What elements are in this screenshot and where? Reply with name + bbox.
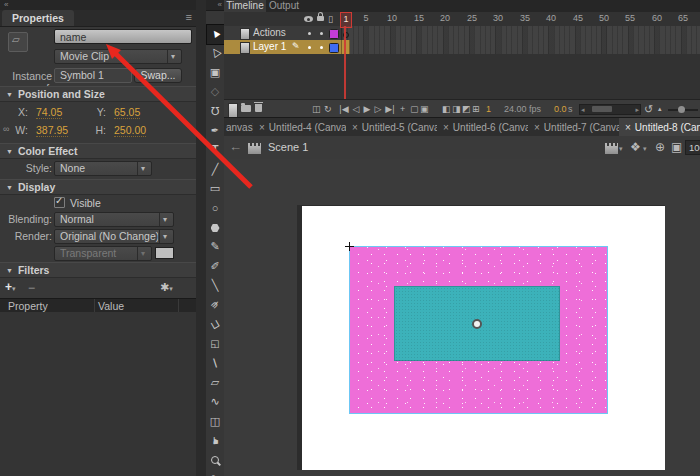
transparent-color-swatch[interactable] — [155, 247, 174, 259]
layer-lock-dot[interactable] — [320, 32, 323, 35]
inner-rectangle[interactable] — [394, 286, 560, 361]
instance-name-input[interactable] — [54, 29, 192, 44]
filter-options-gear-icon[interactable]: ✱▾ — [160, 281, 173, 294]
column-divider[interactable] — [94, 299, 95, 313]
onion-skin-button[interactable]: ◧ — [442, 102, 451, 116]
slider-thumb[interactable] — [678, 106, 685, 113]
duplicate-frame-button[interactable]: ▢ — [410, 102, 419, 116]
layer-outline-color-swatch[interactable] — [329, 29, 339, 39]
step-forward-button[interactable]: ▷ — [373, 102, 383, 116]
playhead[interactable]: 1 — [340, 12, 352, 28]
delete-layer-button[interactable] — [255, 104, 262, 112]
brush-tool[interactable] — [206, 257, 224, 276]
section-position-and-size[interactable]: ▼Position and Size — [0, 86, 196, 102]
go-to-first-frame-button[interactable]: |◀ — [338, 102, 350, 116]
tab-properties[interactable]: Properties — [2, 10, 74, 26]
pasteboard[interactable] — [224, 159, 700, 476]
layer-visibility-dot[interactable] — [308, 32, 311, 35]
pen-tool[interactable] — [206, 121, 224, 140]
add-camera-button[interactable]: ◫ — [312, 102, 321, 116]
bone-tool[interactable] — [206, 295, 224, 314]
close-icon[interactable]: × — [352, 118, 358, 137]
polystar-tool[interactable] — [206, 218, 224, 237]
paint-bucket-tool[interactable] — [206, 315, 224, 334]
outline-all-layers-icon[interactable]: ▯ — [328, 14, 333, 24]
close-icon[interactable]: × — [259, 118, 265, 137]
oval-tool[interactable] — [206, 199, 224, 218]
lasso-tool[interactable] — [206, 102, 224, 121]
render-dropdown[interactable]: Original (No Change) — [54, 229, 174, 244]
reset-timeline-zoom-button[interactable]: ↺ — [644, 102, 653, 116]
symbol-type-dropdown[interactable]: Movie Clip — [54, 49, 182, 64]
frame-rate-readout[interactable]: 24.00 fps — [504, 102, 541, 116]
show-hide-all-layers-icon[interactable] — [304, 16, 313, 22]
scroll-left-arrow-icon[interactable]: ◂ — [581, 105, 585, 114]
tab-output[interactable]: Output — [266, 0, 302, 12]
loop-button[interactable]: ↻ — [324, 102, 332, 116]
document-tab-untitled-4[interactable]: ×Untitled-4 (Canvas)* — [253, 118, 347, 137]
x-value[interactable]: 74.05 — [36, 106, 62, 119]
hand-tool[interactable] — [206, 431, 224, 450]
stage[interactable] — [302, 205, 665, 470]
camera-tool[interactable] — [206, 412, 224, 431]
width-tool[interactable] — [206, 392, 224, 411]
layer-row-layer-1[interactable]: Layer 1 ✎ — [224, 40, 341, 54]
collapse-panel-icon[interactable]: « — [218, 0, 222, 10]
zoom-out-triangle-icon[interactable]: ▴ — [658, 102, 662, 116]
document-tab-untitled-8[interactable]: ×Untitled-8 (Canva — [619, 118, 700, 137]
link-width-height-icon[interactable]: ∞ — [3, 124, 9, 134]
eyedropper-tool[interactable] — [206, 354, 224, 373]
document-tab-untitled-3[interactable]: anvas)* — [224, 118, 254, 137]
insert-frame-button[interactable]: + — [400, 102, 405, 116]
stage-zoom-input[interactable]: 100 — [685, 140, 700, 155]
blending-dropdown[interactable]: Normal — [54, 212, 174, 227]
zoom-tool[interactable] — [206, 451, 224, 470]
selection-tool[interactable] — [206, 24, 224, 43]
modify-markers-button[interactable]: ▣ — [420, 102, 429, 116]
timeline-scrollbar[interactable]: ◂ ▸ — [579, 104, 641, 115]
w-value[interactable]: 387.95 — [36, 124, 68, 137]
new-folder-button[interactable] — [241, 105, 251, 112]
text-tool[interactable] — [206, 140, 224, 159]
stroke-color[interactable] — [206, 470, 224, 476]
selected-outer-rectangle[interactable] — [350, 247, 607, 413]
rectangle-tool[interactable] — [206, 179, 224, 198]
section-filters[interactable]: ▼Filters — [0, 262, 196, 278]
edit-multiple-frames-button[interactable]: ◩ — [462, 102, 471, 116]
pencil-tool[interactable] — [206, 237, 224, 256]
close-icon[interactable]: × — [443, 118, 449, 137]
gradient-transform-tool[interactable] — [206, 82, 224, 101]
layer-visibility-dot[interactable] — [308, 46, 311, 49]
h-value[interactable]: 250.00 — [114, 124, 146, 137]
section-color-effect[interactable]: ▼Color Effect — [0, 143, 196, 159]
close-icon[interactable]: × — [625, 118, 631, 137]
free-transform-tool[interactable] — [206, 63, 224, 82]
layer-outline-color-swatch[interactable] — [329, 43, 339, 53]
section-display[interactable]: ▼Display — [0, 179, 196, 195]
timeline-zoom-slider[interactable] — [668, 109, 698, 111]
add-filter-button[interactable]: +▾ — [5, 280, 16, 294]
eraser-tool[interactable] — [206, 373, 224, 392]
visible-checkbox[interactable] — [54, 197, 65, 208]
document-tab-untitled-5[interactable]: ×Untitled-5 (Canvas)* — [346, 118, 438, 137]
go-to-last-frame-button[interactable]: ▶| — [384, 102, 396, 116]
document-tab-untitled-7[interactable]: ×Untitled-7 (Canvas)* — [528, 118, 620, 137]
modify-onion-markers-button[interactable]: ⊞ — [472, 102, 480, 116]
style-dropdown[interactable]: None — [54, 161, 152, 176]
clip-content-icon[interactable]: ▣ — [671, 140, 682, 154]
lock-all-layers-icon[interactable] — [317, 16, 324, 21]
remove-filter-button[interactable]: − — [28, 281, 35, 295]
line-tool[interactable] — [206, 160, 224, 179]
panel-menu-icon[interactable]: ≡ — [186, 11, 192, 23]
layer-row-actions[interactable]: Actions — [224, 26, 341, 41]
paint-brush-tool[interactable] — [206, 276, 224, 295]
step-back-button[interactable]: ◁ — [351, 102, 361, 116]
y-value[interactable]: 65.05 — [114, 106, 140, 119]
back-arrow-icon[interactable]: ← — [229, 139, 242, 154]
collapse-panel-icon[interactable]: « — [4, 0, 8, 10]
instance-of-field[interactable]: Symbol 1 — [54, 68, 132, 83]
layer-lock-dot[interactable] — [320, 46, 323, 49]
edit-symbols-icon[interactable]: ❖ — [630, 140, 641, 154]
frame-ruler[interactable]: 5 10 15 20 25 30 35 40 45 50 55 60 65 — [341, 12, 700, 27]
close-icon[interactable]: × — [534, 118, 540, 137]
